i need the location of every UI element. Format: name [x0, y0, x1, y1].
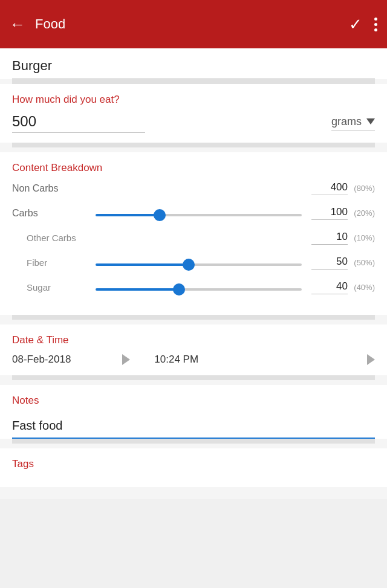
divider-2 [12, 143, 375, 147]
fiber-pct: (50%) [348, 258, 375, 267]
row-carbs: Carbs (20%) [12, 206, 375, 220]
datetime-label: Date & Time [12, 334, 375, 346]
sugar-input[interactable] [311, 280, 348, 294]
how-much-label: How much did you eat? [12, 94, 375, 106]
divider-4 [12, 375, 375, 380]
datetime-row: 08-Feb-2018 10:24 PM [12, 354, 375, 366]
food-name-section [0, 48, 387, 79]
sugar-slider-container [96, 282, 302, 293]
sugar-slider[interactable] [96, 288, 302, 291]
carbs-label: Carbs [12, 208, 91, 219]
app-header: ← Food ✓ [0, 0, 387, 48]
page-title: Food [35, 16, 349, 32]
non-carbs-input[interactable] [311, 181, 348, 195]
tags-label: Tags [12, 458, 375, 470]
carbs-slider[interactable] [96, 214, 302, 216]
notes-section: Notes [0, 385, 387, 439]
carbs-slider-container [96, 208, 302, 219]
sugar-label: Sugar [12, 282, 91, 292]
carbs-input[interactable] [311, 206, 348, 220]
time-value[interactable]: 10:24 PM [154, 354, 264, 366]
breakdown-label: Content Breakdown [12, 162, 375, 174]
carbs-pct: (20%) [348, 208, 375, 218]
time-arrow-icon [367, 354, 375, 365]
date-value[interactable]: 08-Feb-2018 [12, 354, 122, 366]
time-spacer [265, 354, 375, 365]
main-content: How much did you eat? grams Content Brea… [0, 48, 387, 499]
other-carbs-label: Other Carbs [12, 233, 91, 243]
food-name-input[interactable] [12, 58, 375, 79]
amount-input[interactable] [12, 113, 145, 133]
unit-selector[interactable]: grams [331, 115, 375, 131]
row-fiber: Fiber (50%) [12, 256, 375, 270]
dropdown-arrow-icon [366, 118, 375, 124]
other-carbs-input[interactable] [311, 231, 348, 245]
more-options-button[interactable] [374, 18, 377, 31]
divider-5 [12, 439, 375, 444]
fiber-label: Fiber [12, 257, 91, 268]
amount-row: grams [12, 113, 375, 133]
fiber-input[interactable] [311, 256, 348, 270]
divider-3 [12, 315, 375, 320]
non-carbs-label: Non Carbs [12, 183, 91, 194]
row-non-carbs: Non Carbs (80%) [12, 181, 375, 195]
fiber-slider[interactable] [96, 263, 302, 266]
non-carbs-pct: (80%) [348, 184, 375, 193]
notes-label: Notes [12, 395, 375, 407]
save-button[interactable]: ✓ [349, 15, 362, 34]
datetime-section: Date & Time 08-Feb-2018 10:24 PM [0, 325, 387, 375]
sugar-pct: (40%) [348, 283, 375, 292]
row-other-carbs: Other Carbs (10%) [12, 231, 375, 245]
date-arrow-icon [122, 354, 130, 365]
unit-label: grams [331, 115, 362, 128]
notes-input[interactable] [12, 419, 375, 439]
how-much-section: How much did you eat? grams [0, 84, 387, 143]
back-button[interactable]: ← [10, 15, 25, 34]
tags-section[interactable]: Tags [0, 448, 387, 487]
other-carbs-pct: (10%) [348, 233, 375, 242]
breakdown-section: Content Breakdown Non Carbs (80%) Carbs … [0, 152, 387, 315]
row-sugar: Sugar (40%) [12, 280, 375, 294]
fiber-slider-container [96, 257, 302, 268]
divider-1 [12, 79, 375, 84]
